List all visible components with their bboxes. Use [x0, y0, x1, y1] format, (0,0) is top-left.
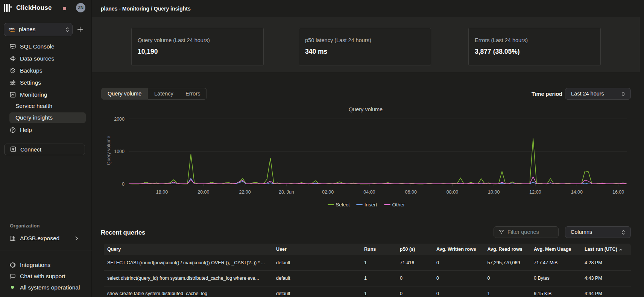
- svg-text:10:00: 10:00: [488, 189, 500, 195]
- svg-text:aws: aws: [9, 27, 15, 31]
- svg-text:Query volume: Query volume: [106, 136, 111, 165]
- svg-text:12:00: 12:00: [529, 189, 541, 195]
- svg-text:28. Jun: 28. Jun: [279, 189, 294, 195]
- svg-text:08:00: 08:00: [447, 189, 458, 195]
- svg-text:20:00: 20:00: [197, 189, 209, 195]
- svg-text:16:00: 16:00: [612, 189, 624, 195]
- svg-text:1000: 1000: [114, 149, 125, 154]
- svg-text:2000: 2000: [114, 117, 125, 122]
- svg-text:06:00: 06:00: [405, 189, 417, 195]
- svg-text:02:00: 02:00: [322, 189, 334, 195]
- svg-text:18:00: 18:00: [156, 189, 168, 195]
- svg-text:04:00: 04:00: [363, 189, 375, 195]
- svg-text:22:00: 22:00: [239, 189, 251, 195]
- svg-text:0: 0: [122, 182, 125, 187]
- svg-text:14:00: 14:00: [571, 189, 583, 195]
